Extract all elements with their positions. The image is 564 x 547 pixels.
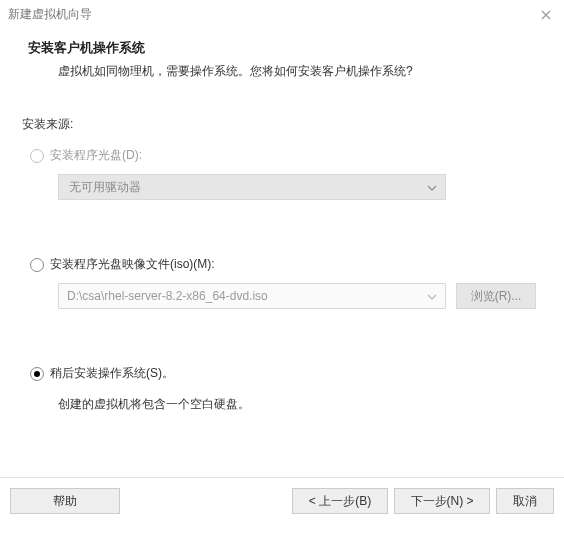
page-subtitle: 虚拟机如同物理机，需要操作系统。您将如何安装客户机操作系统? (28, 63, 536, 80)
radio-icon (30, 258, 44, 272)
page-title: 安装客户机操作系统 (28, 39, 536, 57)
disc-drive-value: 无可用驱动器 (69, 179, 141, 196)
next-button[interactable]: 下一步(N) > (394, 488, 490, 514)
cancel-button[interactable]: 取消 (496, 488, 554, 514)
browse-button[interactable]: 浏览(R)... (456, 283, 536, 309)
radio-install-iso[interactable]: 安装程序光盘映像文件(iso)(M): (30, 256, 536, 273)
install-source-label: 安装来源: (22, 116, 536, 133)
radio-install-later[interactable]: 稍后安装操作系统(S)。 (30, 365, 536, 382)
radio-icon (30, 367, 44, 381)
radio-install-later-label: 稍后安装操作系统(S)。 (50, 365, 174, 382)
iso-path-combo[interactable]: D:\csa\rhel-server-8.2-x86_64-dvd.iso (58, 283, 446, 309)
radio-icon (30, 149, 44, 163)
install-later-note: 创建的虚拟机将包含一个空白硬盘。 (58, 396, 536, 413)
radio-install-disc[interactable]: 安装程序光盘(D): (30, 147, 536, 164)
radio-install-iso-label: 安装程序光盘映像文件(iso)(M): (50, 256, 215, 273)
back-button[interactable]: < 上一步(B) (292, 488, 388, 514)
window-title: 新建虚拟机向导 (8, 6, 92, 23)
chevron-down-icon (427, 289, 437, 303)
radio-install-disc-label: 安装程序光盘(D): (50, 147, 142, 164)
help-button[interactable]: 帮助 (10, 488, 120, 514)
chevron-down-icon (427, 180, 437, 194)
disc-drive-dropdown[interactable]: 无可用驱动器 (58, 174, 446, 200)
iso-path-value: D:\csa\rhel-server-8.2-x86_64-dvd.iso (67, 289, 268, 303)
close-icon[interactable] (540, 9, 552, 21)
